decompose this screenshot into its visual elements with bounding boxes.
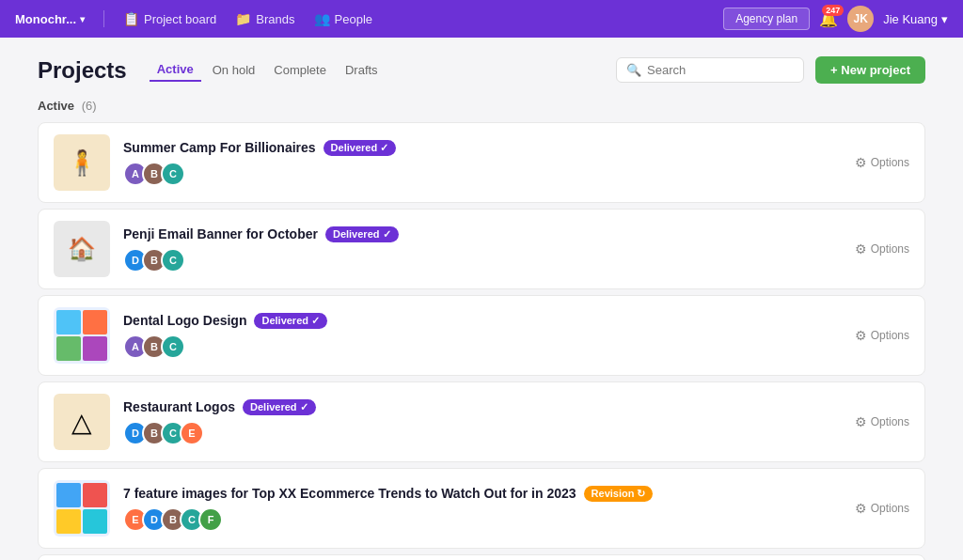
project-thumbnail bbox=[54, 307, 110, 364]
options-icon: ⚙ bbox=[855, 241, 867, 257]
colorful-grid bbox=[56, 483, 107, 534]
status-badge: Delivered ✓ bbox=[254, 313, 327, 329]
project-name: Penji Email Banner for October bbox=[123, 226, 318, 241]
project-card: 🏠 Penji Email Banner for October Deliver… bbox=[38, 209, 925, 289]
options-label: Options bbox=[871, 502, 909, 515]
topnav-right: Agency plan 🔔 247 JK Jie Kuang ▾ bbox=[723, 6, 948, 32]
project-name-row: Summer Camp For Billionaires Delivered ✓ bbox=[123, 140, 842, 156]
avatar: C bbox=[161, 248, 185, 272]
user-name-label: Jie Kuang bbox=[883, 12, 938, 26]
project-thumbnail bbox=[54, 480, 110, 537]
project-list: 🧍 Summer Camp For Billionaires Delivered… bbox=[38, 122, 925, 560]
cartoon-icon: 🧍 bbox=[67, 148, 97, 178]
tab-onhold[interactable]: On hold bbox=[205, 59, 263, 81]
grid-cell bbox=[83, 336, 107, 361]
grid-cell bbox=[56, 509, 81, 534]
options-icon: ⚙ bbox=[855, 501, 867, 516]
project-info: 7 feature images for Top XX Ecommerce Tr… bbox=[123, 486, 842, 532]
project-options-button[interactable]: ⚙ Options bbox=[855, 155, 909, 170]
nav-people[interactable]: 👥 People bbox=[314, 11, 372, 26]
project-avatars: A B C bbox=[123, 334, 842, 359]
grid-cell bbox=[83, 509, 107, 534]
project-card: △ Restaurant Logos Delivered ✓ D B C E ⚙… bbox=[38, 381, 925, 462]
project-card: Dental Logo Design Delivered ✓ A B C ⚙ O… bbox=[38, 295, 925, 376]
project-options-button[interactable]: ⚙ Options bbox=[855, 241, 909, 257]
avatar: C bbox=[161, 162, 185, 186]
project-name-row: Restaurant Logos Delivered ✓ bbox=[123, 399, 842, 415]
project-avatars: E D B C F bbox=[123, 507, 842, 532]
tab-drafts[interactable]: Drafts bbox=[338, 59, 386, 81]
tab-complete[interactable]: Complete bbox=[266, 59, 334, 81]
options-label: Options bbox=[871, 242, 909, 256]
triangle-icon: △ bbox=[71, 407, 92, 438]
nav-separator bbox=[103, 10, 104, 27]
new-project-button[interactable]: + New project bbox=[815, 56, 925, 84]
grid-cell bbox=[56, 310, 81, 334]
project-thumbnail: 🧍 bbox=[54, 134, 110, 191]
options-label: Options bbox=[871, 156, 909, 169]
nav-project-board-label: Project board bbox=[144, 12, 216, 26]
main-content: Projects Active On hold Complete Drafts … bbox=[0, 38, 963, 560]
tab-active[interactable]: Active bbox=[150, 58, 201, 82]
options-label: Options bbox=[871, 329, 909, 342]
status-badge: Delivered ✓ bbox=[325, 226, 399, 242]
project-info: Penji Email Banner for October Delivered… bbox=[123, 226, 842, 272]
grid-cell bbox=[56, 336, 81, 361]
project-avatars: A B C bbox=[123, 162, 842, 186]
active-section-label: Active bbox=[38, 99, 74, 113]
notification-count: 247 bbox=[822, 5, 844, 16]
project-avatars: D B C E bbox=[123, 421, 842, 445]
project-name: Summer Camp For Billionaires bbox=[123, 140, 316, 155]
top-navigation: Monochr... ▾ 📋 Project board 📁 Brands 👥 … bbox=[0, 0, 963, 38]
notification-bell[interactable]: 🔔 247 bbox=[819, 10, 838, 28]
project-info: Summer Camp For Billionaires Delivered ✓… bbox=[123, 140, 842, 186]
search-icon: 🔍 bbox=[626, 63, 641, 77]
active-section-header: Active (6) bbox=[38, 99, 925, 113]
page-header-left: Projects Active On hold Complete Drafts bbox=[38, 57, 386, 84]
brand-logo[interactable]: Monochr... ▾ bbox=[15, 12, 85, 26]
active-count: (6) bbox=[82, 99, 97, 113]
user-avatar: JK bbox=[847, 6, 874, 32]
brand-caret: ▾ bbox=[80, 14, 85, 24]
project-name-row: 7 feature images for Top XX Ecommerce Tr… bbox=[123, 486, 842, 502]
grid-cell bbox=[56, 483, 81, 507]
nav-brands[interactable]: 📁 Brands bbox=[235, 11, 294, 26]
status-badge: Delivered ✓ bbox=[243, 399, 316, 415]
page-tabs: Active On hold Complete Drafts bbox=[150, 58, 386, 82]
nav-brands-label: Brands bbox=[256, 12, 294, 26]
avatar: E bbox=[180, 421, 204, 445]
project-card: 🧍 Summer Camp For Billionaires Delivered… bbox=[38, 122, 925, 203]
status-badge: Delivered ✓ bbox=[324, 140, 397, 156]
status-badge: Revision ↻ bbox=[584, 486, 654, 502]
project-thumbnail: △ bbox=[54, 394, 110, 450]
options-label: Options bbox=[871, 415, 909, 428]
user-caret-icon: ▾ bbox=[941, 12, 948, 26]
colorful-grid bbox=[56, 310, 107, 361]
project-card: 7 feature images for Top XX Ecommerce Tr… bbox=[38, 468, 925, 549]
project-avatars: D B C bbox=[123, 248, 842, 272]
people-icon: 👥 bbox=[314, 11, 330, 26]
brand-name: Monochr... bbox=[15, 12, 76, 26]
grid-cell bbox=[83, 310, 107, 334]
project-options-button[interactable]: ⚙ Options bbox=[855, 414, 909, 429]
project-name: 7 feature images for Top XX Ecommerce Tr… bbox=[123, 486, 576, 501]
grid-cell bbox=[83, 483, 107, 507]
project-options-button[interactable]: ⚙ Options bbox=[855, 501, 909, 516]
page-header: Projects Active On hold Complete Drafts … bbox=[38, 56, 925, 84]
nav-people-label: People bbox=[335, 12, 372, 26]
project-options-button[interactable]: ⚙ Options bbox=[855, 328, 909, 343]
project-thumbnail: 🏠 bbox=[54, 221, 110, 277]
project-name-row: Penji Email Banner for October Delivered… bbox=[123, 226, 842, 242]
user-name-nav[interactable]: Jie Kuang ▾ bbox=[883, 12, 948, 26]
search-input[interactable] bbox=[647, 63, 794, 77]
options-icon: ⚙ bbox=[855, 328, 867, 343]
search-box[interactable]: 🔍 bbox=[616, 57, 804, 83]
project-info: Restaurant Logos Delivered ✓ D B C E bbox=[123, 399, 842, 445]
brands-icon: 📁 bbox=[235, 11, 251, 26]
avatar: F bbox=[198, 507, 223, 532]
house-icon: 🏠 bbox=[68, 236, 96, 262]
project-name-row: Dental Logo Design Delivered ✓ bbox=[123, 313, 842, 329]
agency-plan-button[interactable]: Agency plan bbox=[723, 8, 810, 30]
nav-project-board[interactable]: 📋 Project board bbox=[123, 11, 216, 26]
avatar: C bbox=[161, 334, 185, 359]
